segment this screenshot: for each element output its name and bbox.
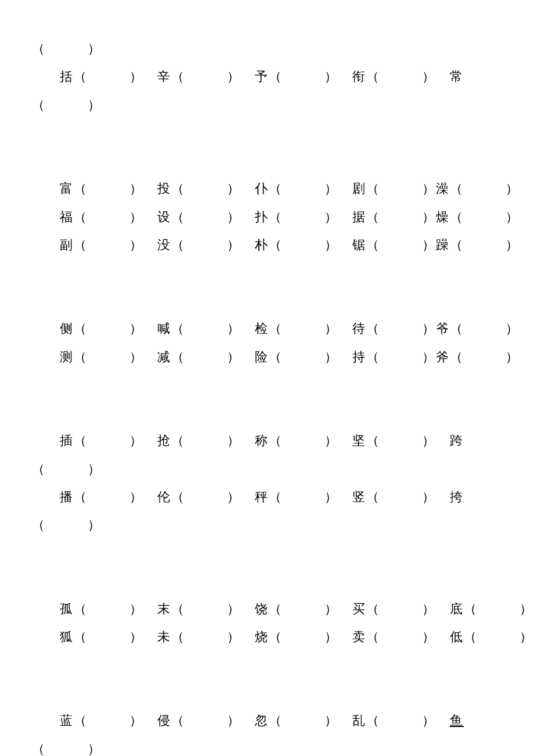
blank-line: [32, 287, 502, 315]
blank-line: [32, 371, 502, 399]
text-line: （ ）: [32, 35, 502, 63]
text-line: 侧（ ） 喊（ ） 检（ ） 待（ ）爷（ ）: [32, 315, 502, 343]
text-line: （ ）: [32, 511, 502, 539]
text-line: 狐（ ） 未（ ） 烧（ ） 卖（ ） 低（ ）: [32, 623, 502, 651]
underlined-char: 鱼: [450, 713, 464, 728]
text-line: （ ）: [32, 91, 502, 119]
blank-line: [32, 539, 502, 567]
text-line: 播（ ） 伦（ ） 秤（ ） 竖（ ） 挎: [32, 483, 502, 511]
text-line: 副（ ） 没（ ） 朴（ ） 锯（ ）躁（ ）: [32, 231, 502, 259]
text-line: （ ）: [32, 455, 502, 483]
blank-line: [32, 651, 502, 679]
text-line: 蓝（ ） 侵（ ） 忽（ ） 乱（ ） 鱼: [32, 707, 502, 735]
blank-line: [32, 399, 502, 427]
blank-line: [32, 679, 502, 707]
blank-line: [32, 119, 502, 147]
blank-line: [32, 259, 502, 287]
blank-line: [32, 147, 502, 175]
text-line: 富（ ） 投（ ） 仆（ ） 剧（ ）澡（ ）: [32, 175, 502, 203]
blank-line: [32, 567, 502, 595]
text-line: 福（ ） 设（ ） 扑（ ） 据（ ）燥（ ）: [32, 203, 502, 231]
text-line: 括（ ） 辛（ ） 予（ ） 衔（ ） 常: [32, 63, 502, 91]
text-line: 插（ ） 抢（ ） 称（ ） 坚（ ） 跨: [32, 427, 502, 455]
worksheet-page: （ ） 括（ ） 辛（ ） 予（ ） 衔（ ） 常（ ） 富（ ） 投（ ） 仆…: [0, 0, 534, 756]
text-line: 测（ ） 减（ ） 险（ ） 持（ ）斧（ ）: [32, 343, 502, 371]
text-line: 孤（ ） 末（ ） 饶（ ） 买（ ） 底（ ）: [32, 595, 502, 623]
text-line: （ ）: [32, 735, 502, 756]
